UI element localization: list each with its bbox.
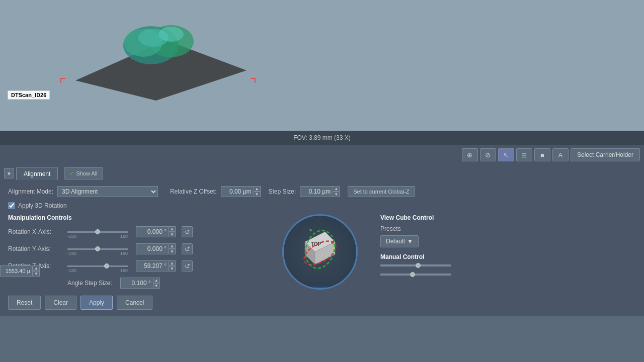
two-column-layout: Manipulation Controls Rotation X-Axis: -…	[8, 214, 636, 310]
manual-slider-2[interactable]	[380, 274, 451, 276]
toolbar: ⊕ ⊘ ↖ ⊞ ■ A Select Carrier/Holder	[0, 145, 644, 165]
rotation-x-reset[interactable]: ↺	[182, 226, 193, 237]
manipulation-header: Manipulation Controls	[8, 214, 260, 221]
rotation-x-spin-down[interactable]: ▼	[169, 232, 176, 237]
angle-step-input[interactable]	[120, 278, 153, 289]
z-offset-input-group: ▲ ▼	[221, 186, 261, 197]
manual-slider-2-thumb[interactable]	[410, 272, 415, 277]
viewport: DTScan_ID26	[0, 0, 644, 131]
rotation-z-reset[interactable]: ↺	[182, 260, 193, 272]
clear-button[interactable]: Clear	[45, 296, 76, 310]
rotation-x-input[interactable]	[136, 226, 169, 237]
angle-step-row: Angle Step Size: ▲ ▼	[67, 278, 260, 289]
scan-visualization	[65, 0, 257, 101]
panel-dropdown[interactable]: ▼	[4, 168, 14, 178]
view-cube-circle[interactable]: TOP	[282, 214, 358, 290]
preset-arrow-icon: ▼	[407, 238, 413, 245]
angle-step-input-group: ▲ ▼	[120, 278, 160, 289]
rotation-x-spin-up[interactable]: ▲	[169, 226, 176, 232]
rotation-y-spin-up[interactable]: ▲	[169, 243, 176, 249]
rotation-z-spin-up[interactable]: ▲	[169, 260, 176, 266]
z-offset-label: Relative Z Offset:	[170, 188, 216, 195]
svg-marker-13	[309, 229, 312, 232]
z-offset-spin: ▲ ▼	[254, 186, 261, 197]
z-offset-spin-up[interactable]: ▲	[254, 186, 261, 192]
angle-step-label: Angle Step Size:	[67, 280, 112, 287]
presets-label: Presets	[380, 225, 471, 232]
rotation-z-row: Rotation Z-Axis: -180 180 ▲ ▼	[8, 260, 260, 272]
show-all-button[interactable]: ✓ Show All	[64, 167, 103, 179]
scan-label: DTScan_ID26	[8, 90, 50, 100]
view-cube-header: View Cube Control	[380, 214, 471, 221]
set-global-button[interactable]: Set to current Global-Z	[348, 186, 415, 197]
step-size-input-group: ▲ ▼	[300, 186, 340, 197]
rotation-z-track[interactable]: -180 180	[67, 262, 128, 270]
preset-dropdown[interactable]: Default ▼	[380, 235, 419, 247]
tab-alignment[interactable]: Alignment	[16, 167, 58, 180]
rotation-x-row: Rotation X-Axis: -180 180 ▲ ▼	[8, 226, 260, 237]
rotation-z-input-group: ▲ ▼	[136, 260, 176, 272]
left-spin: ▲ ▼	[33, 265, 40, 277]
left-spin-down[interactable]: ▼	[33, 271, 40, 277]
mode-label: Alignment Mode:	[8, 188, 53, 195]
rotation-x-label: Rotation X-Axis:	[8, 228, 63, 235]
panel-content: Alignment Mode: 3D Alignment 2D Alignmen…	[0, 180, 644, 316]
left-column: Manipulation Controls Rotation X-Axis: -…	[8, 214, 260, 310]
apply-button[interactable]: Apply	[80, 296, 113, 310]
svg-point-5	[158, 27, 184, 42]
rotation-z-spin-down[interactable]: ▼	[169, 266, 176, 272]
rotation-x-input-group: ▲ ▼	[136, 226, 176, 237]
rotation-y-track[interactable]: -180 180	[67, 245, 128, 253]
left-spin-up[interactable]: ▲	[33, 265, 40, 271]
rotation-y-input[interactable]	[136, 243, 169, 254]
rotation-x-track[interactable]: -180 180	[67, 228, 128, 236]
step-size-spin: ▲ ▼	[333, 186, 340, 197]
rotation-z-input[interactable]	[136, 260, 169, 272]
toolbar-btn-a[interactable]: A	[552, 148, 569, 161]
preset-value: Default	[386, 238, 405, 245]
z-offset-spin-down[interactable]: ▼	[254, 192, 261, 197]
apply-rotation-row: Apply 3D Rotation	[8, 202, 636, 209]
cancel-button[interactable]: Cancel	[117, 296, 152, 310]
step-size-label: Step Size:	[269, 188, 296, 195]
reset-button[interactable]: Reset	[8, 296, 41, 310]
z-offset-input[interactable]	[221, 186, 254, 197]
select-carrier-button[interactable]: Select Carrier/Holder	[571, 148, 640, 161]
fov-text: FOV: 3.89 mm (33 X)	[293, 134, 351, 141]
rotation-y-spin-down[interactable]: ▼	[169, 249, 176, 254]
toolbar-btn-cursor[interactable]: ↖	[498, 148, 514, 161]
tab-row: ▼ Alignment ✓ Show All	[0, 165, 644, 180]
action-buttons: Reset Clear Apply Cancel	[8, 296, 260, 310]
manual-control-header: Manual Control	[380, 253, 471, 260]
svg-text:TOP: TOP	[311, 241, 321, 247]
angle-step-spin-down[interactable]: ▼	[153, 283, 160, 289]
angle-step-spin-up[interactable]: ▲	[153, 278, 160, 283]
rotation-y-input-group: ▲ ▼	[136, 243, 176, 254]
right-section: View Cube Control Presets Default ▼ Manu…	[380, 214, 471, 310]
toolbar-btn-2[interactable]: ⊘	[480, 148, 496, 161]
view-cube-area: TOP	[275, 214, 365, 310]
rotation-y-row: Rotation Y-Axis: -180 180 ▲ ▼	[8, 243, 260, 254]
left-value-strip: ▲ ▼	[0, 265, 40, 277]
manual-slider-1-thumb[interactable]	[416, 263, 421, 268]
fov-bar: FOV: 3.89 mm (33 X)	[0, 131, 644, 145]
toolbar-btn-1[interactable]: ⊕	[462, 148, 478, 161]
step-size-spin-down[interactable]: ▼	[333, 192, 340, 197]
selection-corner-tr	[251, 78, 256, 83]
manual-slider-1[interactable]	[380, 264, 451, 266]
toolbar-btn-fit[interactable]: ⊞	[516, 148, 532, 161]
step-size-spin-up[interactable]: ▲	[333, 186, 340, 192]
alignment-mode-select[interactable]: 3D Alignment 2D Alignment None	[57, 186, 158, 197]
apply-rotation-label: Apply 3D Rotation	[18, 202, 67, 209]
toolbar-btn-square[interactable]: ■	[534, 148, 550, 161]
rotation-y-reset[interactable]: ↺	[182, 243, 193, 254]
view-cube-svg: TOP	[290, 222, 350, 282]
checkmark-icon: ✓	[69, 170, 74, 177]
selection-corner-tl	[60, 78, 65, 83]
apply-rotation-checkbox[interactable]	[8, 202, 15, 209]
left-value-input[interactable]	[0, 265, 33, 277]
rotation-y-label: Rotation Y-Axis:	[8, 245, 63, 252]
step-size-input[interactable]	[300, 186, 333, 197]
alignment-mode-row: Alignment Mode: 3D Alignment 2D Alignmen…	[8, 186, 636, 197]
